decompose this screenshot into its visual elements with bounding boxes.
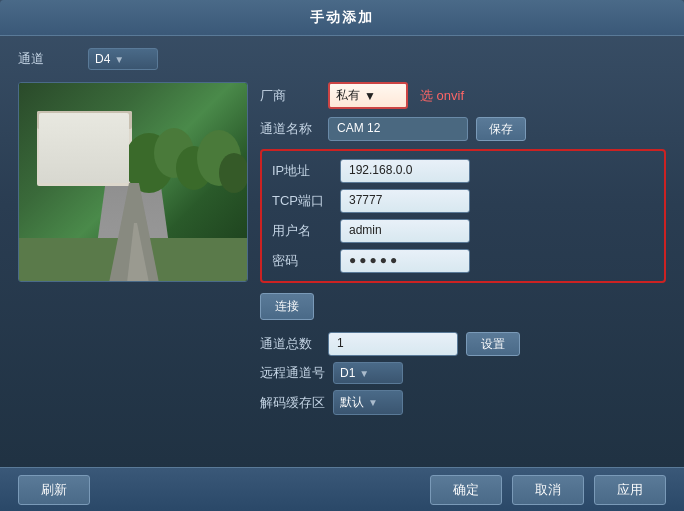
channel-name-row: 通道名称 CAM 12 保存 (260, 117, 666, 141)
vendor-row: 厂商 私有 ▼ 选 onvif (260, 82, 666, 109)
channel-count-row: 通道总数 1 设置 (260, 332, 666, 356)
svg-rect-6 (71, 157, 89, 172)
save-button[interactable]: 保存 (476, 117, 526, 141)
apply-button[interactable]: 应用 (594, 475, 666, 505)
channel-count-label: 通道总数 (260, 335, 320, 353)
vendor-value: 私有 (336, 87, 360, 104)
connect-row: 连接 (260, 293, 666, 320)
bottom-section: 通道总数 1 设置 远程通道号 D1 ▼ (260, 332, 666, 415)
remote-channel-select[interactable]: D1 ▼ (333, 362, 403, 384)
title-bar: 手动添加 (0, 0, 684, 36)
svg-rect-5 (47, 157, 65, 172)
title-text: 手动添加 (310, 9, 374, 27)
remote-channel-arrow-icon: ▼ (359, 368, 369, 379)
content-area: 通道 D4 ▼ (0, 36, 684, 467)
channel-count-input[interactable]: 1 (328, 332, 458, 356)
decode-buffer-value: 默认 (340, 394, 364, 411)
cancel-button[interactable]: 取消 (512, 475, 584, 505)
channel-name-input[interactable]: CAM 12 (328, 117, 468, 141)
confirm-button[interactable]: 确定 (430, 475, 502, 505)
decode-buffer-label: 解码缓存区 (260, 394, 325, 412)
svg-rect-2 (47, 135, 65, 150)
svg-point-11 (219, 153, 248, 193)
main-window: 手动添加 通道 D4 ▼ (0, 0, 684, 511)
footer-bar: 刷新 确定 取消 应用 (0, 467, 684, 511)
username-row: 用户名 admin (272, 219, 654, 243)
ip-row: IP地址 192.168.0.0 (272, 159, 654, 183)
decode-buffer-select[interactable]: 默认 ▼ (333, 390, 403, 415)
svg-rect-4 (95, 135, 113, 150)
ip-label: IP地址 (272, 162, 332, 180)
tcp-label: TCP端口 (272, 192, 332, 210)
username-input[interactable]: admin (340, 219, 470, 243)
refresh-button[interactable]: 刷新 (18, 475, 90, 505)
password-label: 密码 (272, 252, 332, 270)
username-label: 用户名 (272, 222, 332, 240)
tcp-row: TCP端口 37777 (272, 189, 654, 213)
vendor-arrow-icon: ▼ (364, 89, 376, 103)
channel-select[interactable]: D4 ▼ (88, 48, 158, 70)
camera-info-section: 填摄像头信息 IP地址 192.168.0.0 TCP端口 37777 (260, 149, 666, 283)
ip-input[interactable]: 192.168.0.0 (340, 159, 470, 183)
vendor-select[interactable]: 私有 ▼ (328, 82, 408, 109)
password-value: ●●●●● (349, 253, 400, 267)
main-body: 厂商 私有 ▼ 选 onvif 通道名称 CAM 12 保存 (18, 82, 666, 455)
password-input[interactable]: ●●●●● (340, 249, 470, 273)
channel-value: D4 (95, 52, 110, 66)
onvif-hint[interactable]: 选 onvif (420, 87, 464, 105)
svg-rect-3 (71, 135, 89, 150)
remote-channel-label: 远程通道号 (260, 364, 325, 382)
connect-button[interactable]: 连接 (260, 293, 314, 320)
channel-arrow-icon: ▼ (114, 54, 124, 65)
setup-button[interactable]: 设置 (466, 332, 520, 356)
form-area: 厂商 私有 ▼ 选 onvif 通道名称 CAM 12 保存 (260, 82, 666, 455)
camera-image (19, 83, 247, 281)
channel-row: 通道 D4 ▼ (18, 48, 666, 70)
decode-buffer-row: 解码缓存区 默认 ▼ (260, 390, 666, 415)
footer-right: 确定 取消 应用 (430, 475, 666, 505)
svg-rect-1 (37, 111, 132, 129)
remote-channel-row: 远程通道号 D1 ▼ (260, 362, 666, 384)
camera-preview (18, 82, 248, 282)
footer-left: 刷新 (18, 475, 90, 505)
vendor-label: 厂商 (260, 87, 320, 105)
channel-name-label: 通道名称 (260, 120, 320, 138)
tcp-input[interactable]: 37777 (340, 189, 470, 213)
channel-label: 通道 (18, 50, 78, 68)
remote-channel-value: D1 (340, 366, 355, 380)
password-row: 密码 ●●●●● (272, 249, 654, 273)
svg-rect-0 (37, 111, 132, 186)
decode-buffer-arrow-icon: ▼ (368, 397, 378, 408)
